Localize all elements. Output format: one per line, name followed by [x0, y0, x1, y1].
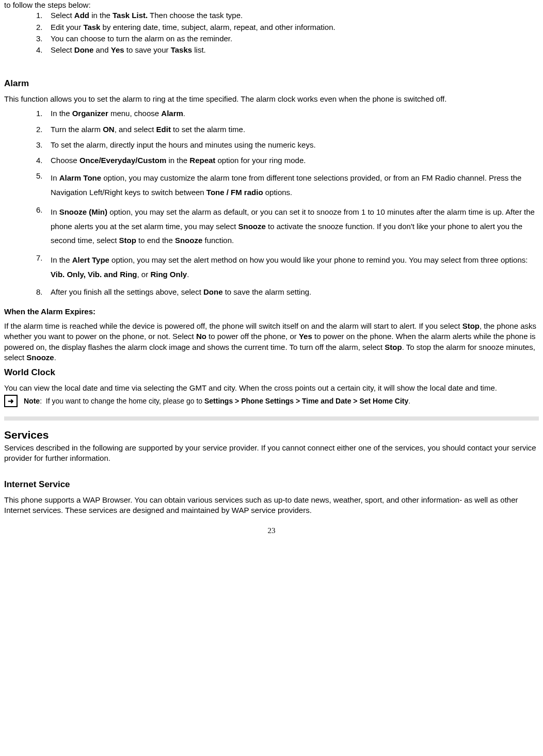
- note-row: ➜ Note: If you want to change the home c…: [4, 395, 539, 407]
- task-steps-list: 1. Select Add in the Task List. Then cho…: [4, 10, 539, 55]
- alarm-expire-heading: When the Alarm Expires:: [4, 307, 539, 317]
- list-item: 7. In the Alert Type option, you may set…: [36, 253, 539, 282]
- list-number: 1.: [36, 10, 51, 21]
- note-text: Note: If you want to change the home cit…: [24, 396, 410, 406]
- list-text: You can choose to turn the alarm on as t…: [51, 34, 539, 44]
- list-text: Select Add in the Task List. Then choose…: [51, 10, 539, 21]
- list-item: 4. Choose Once/Everyday/Custom in the Re…: [36, 155, 539, 166]
- list-number: 1.: [36, 108, 51, 119]
- list-item: 1. In the Organizer menu, choose Alarm.: [36, 108, 539, 119]
- list-text: Choose Once/Everyday/Custom in the Repea…: [51, 155, 539, 166]
- list-number: 3.: [36, 140, 51, 150]
- list-text: After you finish all the settings above,…: [51, 287, 539, 297]
- list-text: Select Done and Yes to save your Tasks l…: [51, 45, 539, 55]
- list-item: 3. You can choose to turn the alarm on a…: [36, 34, 539, 44]
- list-text: In Alarm Tone option, you may customize …: [51, 171, 539, 200]
- page-number: 23: [4, 525, 539, 536]
- world-clock-text: You can view the local date and time via…: [4, 383, 539, 393]
- list-item: 4. Select Done and Yes to save your Task…: [36, 45, 539, 55]
- list-number: 4.: [36, 155, 51, 166]
- internet-service-text: This phone supports a WAP Browser. You c…: [4, 495, 539, 516]
- list-item: 6. In Snooze (Min) option, you may set t…: [36, 205, 539, 248]
- list-item: 8. After you finish all the settings abo…: [36, 287, 539, 297]
- alarm-steps-list: 1. In the Organizer menu, choose Alarm. …: [4, 108, 539, 297]
- list-item: 5. In Alarm Tone option, you may customi…: [36, 171, 539, 200]
- list-text: Turn the alarm ON, and select Edit to se…: [51, 124, 539, 135]
- arrow-icon: ➜: [4, 395, 18, 407]
- section-divider: [4, 416, 539, 421]
- alarm-intro: This function allows you to set the alar…: [4, 94, 539, 104]
- list-number: 7.: [36, 253, 51, 282]
- list-item: 3. To set the alarm, directly input the …: [36, 140, 539, 150]
- list-number: 6.: [36, 205, 51, 248]
- list-text: In the Alert Type option, you may set th…: [51, 253, 539, 282]
- services-heading: Services: [4, 428, 539, 442]
- alarm-heading: Alarm: [4, 78, 539, 90]
- list-number: 2.: [36, 22, 51, 33]
- list-text: In the Organizer menu, choose Alarm.: [51, 108, 539, 119]
- alarm-expire-text: If the alarm time is reached while the d…: [4, 321, 539, 363]
- list-text: Edit your Task by entering date, time, s…: [51, 22, 539, 33]
- intro-line: to follow the steps below:: [4, 0, 539, 10]
- list-number: 5.: [36, 171, 51, 200]
- list-number: 8.: [36, 287, 51, 297]
- world-clock-heading: World Clock: [4, 367, 539, 379]
- list-item: 1. Select Add in the Task List. Then cho…: [36, 10, 539, 21]
- list-item: 2. Turn the alarm ON, and select Edit to…: [36, 124, 539, 135]
- list-number: 2.: [36, 124, 51, 135]
- services-text: Services described in the following are …: [4, 443, 539, 464]
- list-number: 4.: [36, 45, 51, 55]
- list-text: In Snooze (Min) option, you may set the …: [51, 205, 539, 248]
- internet-service-heading: Internet Service: [4, 479, 539, 491]
- list-number: 3.: [36, 34, 51, 44]
- list-item: 2. Edit your Task by entering date, time…: [36, 22, 539, 33]
- list-text: To set the alarm, directly input the hou…: [51, 140, 539, 150]
